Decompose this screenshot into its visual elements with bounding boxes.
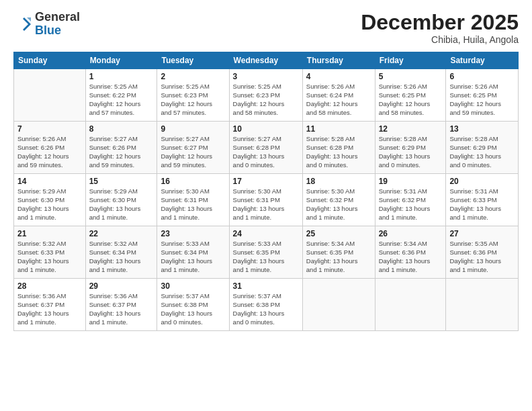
day-info: Sunrise: 5:27 AM Sunset: 6:28 PM Dayligh…	[233, 135, 299, 169]
month-title: December 2025	[361, 11, 519, 34]
calendar-cell: 11Sunrise: 5:28 AM Sunset: 6:28 PM Dayli…	[302, 122, 375, 174]
logo: General Blue	[13, 11, 80, 38]
day-number: 22	[89, 229, 154, 238]
day-number: 26	[379, 229, 443, 238]
calendar-cell: 17Sunrise: 5:30 AM Sunset: 6:31 PM Dayli…	[229, 174, 302, 226]
day-info: Sunrise: 5:26 AM Sunset: 6:25 PM Dayligh…	[449, 83, 515, 117]
calendar-week-1: 1Sunrise: 5:25 AM Sunset: 6:22 PM Daylig…	[14, 69, 519, 122]
day-info: Sunrise: 5:32 AM Sunset: 6:33 PM Dayligh…	[17, 240, 82, 274]
day-info: Sunrise: 5:25 AM Sunset: 6:23 PM Dayligh…	[233, 83, 299, 117]
day-info: Sunrise: 5:33 AM Sunset: 6:35 PM Dayligh…	[233, 240, 299, 274]
calendar-cell	[446, 279, 519, 331]
day-info: Sunrise: 5:28 AM Sunset: 6:28 PM Dayligh…	[306, 135, 371, 169]
day-number: 25	[306, 229, 371, 238]
calendar-cell: 19Sunrise: 5:31 AM Sunset: 6:32 PM Dayli…	[375, 174, 446, 226]
weekday-header-wednesday: Wednesday	[229, 52, 302, 69]
calendar-cell: 13Sunrise: 5:28 AM Sunset: 6:29 PM Dayli…	[446, 122, 519, 174]
day-info: Sunrise: 5:26 AM Sunset: 6:26 PM Dayligh…	[17, 135, 82, 169]
day-number: 16	[161, 177, 225, 186]
day-info: Sunrise: 5:25 AM Sunset: 6:22 PM Dayligh…	[89, 83, 154, 117]
day-info: Sunrise: 5:30 AM Sunset: 6:32 PM Dayligh…	[306, 187, 371, 222]
calendar-cell: 20Sunrise: 5:31 AM Sunset: 6:33 PM Dayli…	[446, 174, 519, 226]
day-info: Sunrise: 5:31 AM Sunset: 6:33 PM Dayligh…	[449, 187, 515, 222]
weekday-header-monday: Monday	[85, 52, 157, 69]
calendar-cell: 25Sunrise: 5:34 AM Sunset: 6:35 PM Dayli…	[302, 226, 375, 279]
calendar-cell: 31Sunrise: 5:37 AM Sunset: 6:38 PM Dayli…	[229, 279, 302, 331]
calendar-cell: 27Sunrise: 5:35 AM Sunset: 6:36 PM Dayli…	[446, 226, 519, 279]
day-info: Sunrise: 5:34 AM Sunset: 6:36 PM Dayligh…	[379, 240, 443, 274]
calendar-week-4: 21Sunrise: 5:32 AM Sunset: 6:33 PM Dayli…	[14, 226, 519, 279]
day-number: 14	[17, 177, 82, 186]
calendar-cell: 16Sunrise: 5:30 AM Sunset: 6:31 PM Dayli…	[157, 174, 229, 226]
day-info: Sunrise: 5:28 AM Sunset: 6:29 PM Dayligh…	[449, 135, 515, 169]
calendar-cell: 30Sunrise: 5:37 AM Sunset: 6:38 PM Dayli…	[157, 279, 229, 331]
day-info: Sunrise: 5:30 AM Sunset: 6:31 PM Dayligh…	[233, 187, 299, 222]
day-number: 18	[306, 177, 371, 186]
calendar-week-3: 14Sunrise: 5:29 AM Sunset: 6:30 PM Dayli…	[14, 174, 519, 226]
weekday-header-sunday: Sunday	[14, 52, 86, 69]
calendar-cell: 6Sunrise: 5:26 AM Sunset: 6:25 PM Daylig…	[446, 69, 519, 122]
day-number: 7	[17, 124, 82, 134]
day-info: Sunrise: 5:27 AM Sunset: 6:27 PM Dayligh…	[161, 135, 225, 169]
calendar-cell: 14Sunrise: 5:29 AM Sunset: 6:30 PM Dayli…	[14, 174, 86, 226]
calendar-cell: 29Sunrise: 5:36 AM Sunset: 6:37 PM Dayli…	[85, 279, 157, 331]
day-number: 9	[161, 124, 225, 134]
day-info: Sunrise: 5:35 AM Sunset: 6:36 PM Dayligh…	[449, 240, 515, 274]
day-info: Sunrise: 5:36 AM Sunset: 6:37 PM Dayligh…	[89, 292, 154, 326]
day-number: 1	[89, 72, 154, 81]
day-number: 23	[161, 229, 225, 238]
calendar: SundayMondayTuesdayWednesdayThursdayFrid…	[13, 52, 519, 331]
calendar-cell: 26Sunrise: 5:34 AM Sunset: 6:36 PM Dayli…	[375, 226, 446, 279]
day-info: Sunrise: 5:32 AM Sunset: 6:34 PM Dayligh…	[89, 240, 154, 274]
calendar-week-5: 28Sunrise: 5:36 AM Sunset: 6:37 PM Dayli…	[14, 279, 519, 331]
day-info: Sunrise: 5:29 AM Sunset: 6:30 PM Dayligh…	[17, 187, 82, 222]
day-info: Sunrise: 5:27 AM Sunset: 6:26 PM Dayligh…	[89, 135, 154, 169]
day-number: 20	[449, 177, 515, 186]
day-number: 5	[379, 72, 443, 81]
calendar-cell: 28Sunrise: 5:36 AM Sunset: 6:37 PM Dayli…	[14, 279, 86, 331]
day-number: 10	[233, 124, 299, 134]
weekday-header-friday: Friday	[375, 52, 446, 69]
day-number: 24	[233, 229, 299, 238]
day-number: 15	[89, 177, 154, 186]
day-number: 4	[306, 72, 371, 81]
day-number: 13	[449, 124, 515, 134]
calendar-cell: 23Sunrise: 5:33 AM Sunset: 6:34 PM Dayli…	[157, 226, 229, 279]
calendar-cell: 2Sunrise: 5:25 AM Sunset: 6:23 PM Daylig…	[157, 69, 229, 122]
day-number: 8	[89, 124, 154, 134]
day-info: Sunrise: 5:37 AM Sunset: 6:38 PM Dayligh…	[233, 292, 299, 326]
calendar-cell: 4Sunrise: 5:26 AM Sunset: 6:24 PM Daylig…	[302, 69, 375, 122]
day-number: 19	[379, 177, 443, 186]
calendar-cell: 15Sunrise: 5:29 AM Sunset: 6:30 PM Dayli…	[85, 174, 157, 226]
day-info: Sunrise: 5:31 AM Sunset: 6:32 PM Dayligh…	[379, 187, 443, 222]
logo-text: General Blue	[35, 11, 80, 38]
day-number: 21	[17, 229, 82, 238]
day-number: 30	[161, 281, 225, 291]
day-info: Sunrise: 5:26 AM Sunset: 6:25 PM Dayligh…	[379, 83, 443, 117]
day-info: Sunrise: 5:33 AM Sunset: 6:34 PM Dayligh…	[161, 240, 225, 274]
calendar-cell: 21Sunrise: 5:32 AM Sunset: 6:33 PM Dayli…	[14, 226, 86, 279]
calendar-cell: 7Sunrise: 5:26 AM Sunset: 6:26 PM Daylig…	[14, 122, 86, 174]
day-number: 2	[161, 72, 225, 81]
day-info: Sunrise: 5:30 AM Sunset: 6:31 PM Dayligh…	[161, 187, 225, 222]
calendar-cell: 1Sunrise: 5:25 AM Sunset: 6:22 PM Daylig…	[85, 69, 157, 122]
weekday-header-saturday: Saturday	[446, 52, 519, 69]
day-number: 27	[449, 229, 515, 238]
calendar-cell	[302, 279, 375, 331]
day-number: 28	[17, 281, 82, 291]
day-info: Sunrise: 5:37 AM Sunset: 6:38 PM Dayligh…	[161, 292, 225, 326]
day-info: Sunrise: 5:29 AM Sunset: 6:30 PM Dayligh…	[89, 187, 154, 222]
calendar-cell	[375, 279, 446, 331]
day-info: Sunrise: 5:36 AM Sunset: 6:37 PM Dayligh…	[17, 292, 82, 326]
calendar-week-2: 7Sunrise: 5:26 AM Sunset: 6:26 PM Daylig…	[14, 122, 519, 174]
day-number: 12	[379, 124, 443, 134]
calendar-cell	[14, 69, 86, 122]
calendar-cell: 9Sunrise: 5:27 AM Sunset: 6:27 PM Daylig…	[157, 122, 229, 174]
weekday-header-tuesday: Tuesday	[157, 52, 229, 69]
day-info: Sunrise: 5:34 AM Sunset: 6:35 PM Dayligh…	[306, 240, 371, 274]
calendar-cell: 10Sunrise: 5:27 AM Sunset: 6:28 PM Dayli…	[229, 122, 302, 174]
calendar-cell: 24Sunrise: 5:33 AM Sunset: 6:35 PM Dayli…	[229, 226, 302, 279]
day-number: 29	[89, 281, 154, 291]
day-number: 17	[233, 177, 299, 186]
day-number: 3	[233, 72, 299, 81]
